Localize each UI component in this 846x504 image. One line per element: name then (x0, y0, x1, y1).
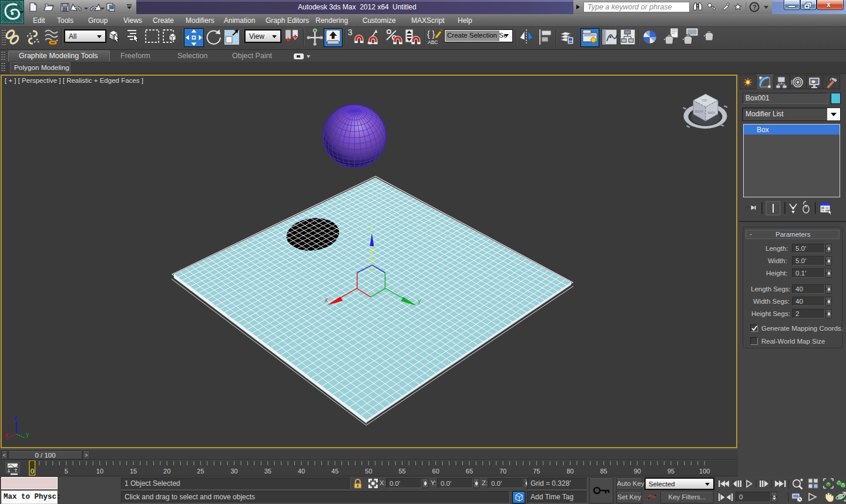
svg-text:90: 90 (634, 468, 641, 475)
svg-text:30: 30 (230, 468, 237, 475)
svg-text:x: x (5, 431, 8, 438)
svg-text:25: 25 (197, 468, 204, 475)
svg-text:3: 3 (348, 28, 352, 37)
svg-text:TOP: TOP (701, 99, 707, 102)
svg-text:50: 50 (365, 468, 372, 475)
svg-text:70: 70 (499, 468, 506, 475)
svg-text:45: 45 (331, 468, 338, 475)
svg-text:BACK: BACK (708, 112, 715, 115)
svg-text:0: 0 (31, 468, 34, 475)
svg-text:y: y (26, 431, 29, 438)
svg-text:80: 80 (566, 468, 573, 475)
svg-text:40: 40 (298, 468, 305, 475)
svg-text:15: 15 (130, 468, 137, 475)
svg-text:35: 35 (264, 468, 271, 475)
svg-text:y: y (418, 298, 421, 304)
svg-text:10: 10 (96, 468, 103, 475)
svg-text:z: z (370, 224, 373, 230)
svg-text:65: 65 (466, 468, 473, 475)
svg-text:z: z (14, 414, 18, 421)
svg-text:ABC: ABC (428, 39, 438, 45)
svg-text:?: ? (753, 4, 757, 11)
svg-text:x: x (325, 297, 328, 303)
svg-text:100: 100 (699, 468, 710, 475)
svg-text:{ }: { } (427, 29, 435, 39)
svg-text:RIGHT: RIGHT (695, 110, 703, 113)
svg-text:85: 85 (600, 468, 607, 475)
svg-text:55: 55 (398, 468, 405, 475)
svg-text:20: 20 (163, 468, 170, 475)
svg-text:75: 75 (533, 468, 540, 475)
svg-text:95: 95 (667, 468, 674, 475)
svg-text:5: 5 (65, 468, 68, 475)
svg-text:60: 60 (432, 468, 439, 475)
